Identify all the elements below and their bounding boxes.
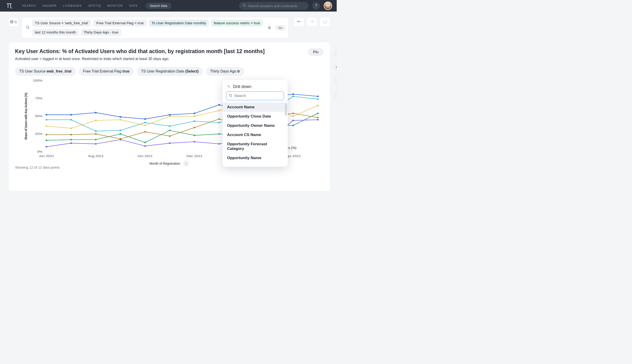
svg-point-54 (292, 96, 294, 97)
svg-point-44 (46, 119, 47, 120)
logo[interactable] (5, 1, 14, 10)
svg-point-102 (292, 120, 294, 121)
go-button[interactable]: Go (275, 25, 286, 30)
svg-point-97 (169, 142, 171, 144)
top-nav: SEARCH ANSWER LIVEBOARS SPOTIQ MONITOR D… (0, 0, 337, 12)
svg-point-62 (193, 135, 195, 136)
drilldown-item[interactable]: Opportunity Close Date (223, 112, 288, 121)
reset-button[interactable] (320, 17, 330, 27)
svg-point-103 (317, 119, 319, 120)
svg-point-56 (46, 140, 47, 141)
query-chip[interactable]: Ts User Registration Date monthly (149, 20, 209, 26)
svg-point-45 (70, 119, 72, 120)
svg-point-37 (169, 114, 171, 116)
svg-point-39 (218, 104, 220, 106)
svg-point-43 (317, 96, 319, 97)
svg-point-70 (95, 120, 97, 121)
filter-chip[interactable]: TS User Registration Date (Select) (137, 67, 203, 76)
svg-point-55 (317, 98, 319, 100)
drilldown-list[interactable]: Account Name Opportunity Close Date Oppo… (223, 102, 288, 165)
svg-point-58 (95, 139, 97, 140)
filter-chip[interactable]: TS User Source web_free_trial (15, 67, 76, 76)
nav-link-search[interactable]: SEARCH (22, 4, 36, 8)
svg-point-60 (144, 142, 146, 143)
redo-button[interactable] (307, 17, 317, 27)
avatar[interactable] (324, 2, 332, 10)
help-button[interactable]: ? (312, 2, 320, 10)
chart-config-button[interactable] (334, 48, 337, 58)
card-subtitle: Activated user = logged in at least once… (15, 57, 265, 61)
drilldown-item[interactable]: Account Name (223, 102, 288, 112)
svg-point-3 (11, 8, 12, 8)
svg-point-95 (120, 139, 121, 140)
svg-text:Share of Users with Key Action: Share of Users with Key Actions (%) (24, 92, 28, 140)
query-chip[interactable]: feature success metric = true (211, 20, 263, 26)
nav-link-spotiq[interactable]: SPOTIQ (88, 4, 101, 8)
query-search-box[interactable]: TS User Source = 'web_free_trial' Free T… (22, 17, 289, 38)
nav-link-data[interactable]: DATA (129, 4, 138, 8)
svg-point-85 (169, 135, 171, 137)
svg-line-5 (245, 6, 246, 7)
search-icon (229, 94, 233, 98)
undo-button[interactable] (294, 17, 304, 27)
search-data-button[interactable]: Search data (146, 2, 172, 9)
svg-point-96 (144, 145, 146, 147)
scrollbar-thumb[interactable] (285, 104, 287, 116)
svg-point-91 (317, 117, 319, 118)
svg-point-34 (95, 112, 97, 114)
drilldown-item[interactable]: Case Number (223, 162, 288, 165)
svg-point-69 (70, 128, 72, 129)
drilldown-item[interactable]: Account CS Name (223, 130, 288, 140)
svg-point-90 (292, 113, 294, 114)
svg-point-94 (95, 143, 97, 144)
svg-point-93 (70, 142, 72, 144)
nav-link-monitor[interactable]: MONITOR (108, 4, 123, 8)
svg-point-73 (169, 116, 171, 117)
svg-point-61 (169, 130, 171, 131)
svg-text:Jun 2021: Jun 2021 (39, 154, 54, 158)
svg-text:75%: 75% (35, 97, 42, 100)
drilldown-search[interactable] (226, 92, 284, 100)
query-chip[interactable]: Thirty Days Ago - true (81, 29, 121, 36)
query-chip[interactable]: last 12 months this month (32, 29, 79, 36)
drilldown-search-input[interactable] (234, 94, 281, 98)
pin-button[interactable]: Pin (308, 48, 324, 56)
svg-point-57 (70, 139, 72, 140)
filter-chip[interactable]: Free Trial External Flag true (79, 67, 134, 76)
svg-point-74 (193, 116, 195, 117)
svg-point-104 (230, 94, 232, 96)
svg-point-68 (46, 126, 47, 127)
query-chips: TS User Source = 'web_free_trial' Free T… (32, 20, 265, 36)
settings-button[interactable] (334, 62, 337, 72)
filter-chip[interactable]: Thirty Days Ago tr (206, 67, 244, 76)
info-button[interactable]: i (334, 76, 337, 86)
svg-point-46 (95, 130, 97, 132)
nav-link-answer[interactable]: ANSWER (42, 4, 57, 8)
svg-point-32 (46, 114, 47, 116)
svg-text:0%: 0% (37, 150, 42, 153)
svg-point-82 (95, 133, 97, 135)
datasource-button[interactable]: G (8, 17, 19, 27)
drilldown-item[interactable]: Opportunity Forecast Category (223, 140, 288, 153)
query-row: G TS User Source = 'web_free_trial' Free… (0, 12, 337, 41)
svg-text:100%: 100% (33, 79, 43, 82)
card-header: Key User Actions: % of Activated Users w… (15, 48, 324, 61)
card-title: Key User Actions: % of Activated Users w… (15, 48, 265, 54)
spotiq-bolt-button[interactable] (334, 90, 337, 100)
drilldown-item[interactable]: Opportunity Owner Name (223, 121, 288, 130)
history-buttons (294, 17, 330, 27)
global-search-input[interactable] (248, 4, 305, 8)
query-chip[interactable]: Free Trial External Flag = true (93, 20, 146, 26)
content-wrap: Key User Actions: % of Activated Users w… (0, 41, 337, 194)
datasource-label: G (15, 20, 17, 24)
drilldown-item[interactable]: Opportunity Name (223, 153, 288, 162)
global-search[interactable] (239, 2, 308, 10)
nav-link-liveboards[interactable]: LIVEBOARS (63, 4, 82, 8)
right-rail: i (334, 48, 337, 100)
sort-axis-button[interactable]: ↑ (183, 160, 189, 166)
query-chip[interactable]: TS User Source = 'web_free_trial' (32, 20, 91, 26)
svg-text:Dec 2021: Dec 2021 (187, 154, 202, 158)
svg-point-81 (70, 134, 72, 135)
drilldown-arrow-icon (227, 84, 231, 89)
clear-query-button[interactable] (267, 25, 271, 30)
